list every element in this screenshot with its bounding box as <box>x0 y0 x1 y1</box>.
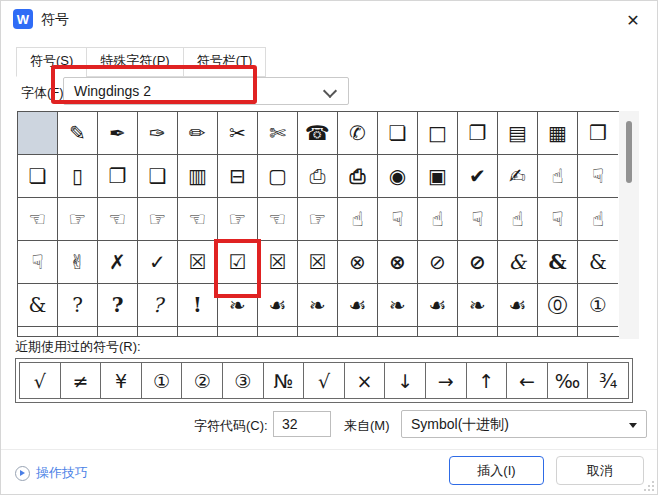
symbol-cell-telephone[interactable]: ☎ <box>298 112 338 155</box>
symbol-cell-hand-left-outline[interactable]: ☜ <box>18 198 58 241</box>
symbol-cell-hand-left-black[interactable]: ☜ <box>98 198 138 241</box>
symbol-cell-partial[interactable] <box>298 327 338 336</box>
symbol-cell-cd-disc[interactable]: ◉ <box>378 155 418 198</box>
symbol-cell-fountain-pen[interactable]: ✒ <box>98 112 138 155</box>
scrollbar-thumb[interactable] <box>626 121 632 183</box>
symbol-cell-partial[interactable] <box>578 327 618 336</box>
recent-symbol-cell[interactable]: ① <box>142 363 183 398</box>
insert-button[interactable]: 插入(I) <box>449 456 544 485</box>
symbol-cell-partial[interactable] <box>418 327 458 336</box>
symbol-cell-ornament-small-1[interactable]: ❧ <box>378 284 418 327</box>
symbol-cell-ornament-swash-1[interactable]: ❧ <box>218 284 258 327</box>
symbol-cell-exclamation-bold[interactable]: ! <box>178 284 218 327</box>
symbol-cell-partial[interactable] <box>338 327 378 336</box>
symbol-cell-hand-down-black[interactable]: ☟ <box>458 198 498 241</box>
symbol-cell-tape-cartridge[interactable]: ▣ <box>418 155 458 198</box>
symbol-cell-finger-down-outline[interactable]: ☟ <box>538 198 578 241</box>
symbol-cell-ornament-swash-3[interactable]: ❧ <box>298 284 338 327</box>
symbol-cell-ornament-small-2[interactable]: ☙ <box>418 284 458 327</box>
close-icon[interactable]: ✕ <box>621 8 645 32</box>
symbol-cell-partial[interactable] <box>98 327 138 336</box>
recent-symbol-cell[interactable]: √ <box>20 363 61 398</box>
symbol-cell-ampersand-bold[interactable]: & <box>538 241 578 284</box>
symbol-cell-blank-square[interactable]: □ <box>418 112 458 155</box>
recent-symbol-cell[interactable]: ← <box>507 363 548 398</box>
symbol-cell-paintbrush[interactable]: ✑ <box>138 112 178 155</box>
symbol-cell-thumbs-down-outline[interactable]: ☟ <box>578 155 618 198</box>
symbol-cell-hand-right-black[interactable]: ☞ <box>138 198 178 241</box>
symbol-cell-hand-up-outline[interactable]: ☝ <box>338 198 378 241</box>
symbol-cell-circled-slash-bold[interactable]: ⊘ <box>458 241 498 284</box>
symbol-cell-fax-machine[interactable]: ⎙ <box>338 155 378 198</box>
symbol-cell-partial[interactable] <box>178 327 218 336</box>
symbol-cell-crayon[interactable]: ✏ <box>178 112 218 155</box>
symbol-cell-partial[interactable] <box>458 327 498 336</box>
symbol-cell-ornament-swash-2[interactable]: ☙ <box>258 284 298 327</box>
symbol-cell-hand-right-outline[interactable]: ☞ <box>58 198 98 241</box>
grid-scrollbar[interactable] <box>619 111 639 339</box>
symbol-cell-hand-down-outline[interactable]: ☟ <box>378 198 418 241</box>
symbol-cell-trash-can[interactable]: ▥ <box>178 155 218 198</box>
symbol-cell-stacked-pages[interactable]: ❐ <box>98 155 138 198</box>
recent-symbol-cell[interactable]: ≠ <box>61 363 102 398</box>
symbol-cell-clipboard[interactable]: ❑ <box>138 155 178 198</box>
symbol-cell-pen[interactable]: ✎ <box>58 112 98 155</box>
symbol-cell-hand-right-outline-2[interactable]: ☞ <box>218 198 258 241</box>
symbol-cell-ballot-box-x-bold[interactable]: ☒ <box>178 241 218 284</box>
symbol-cell-question-bold[interactable]: ? <box>98 284 138 327</box>
symbol-cell-ornament-swash-4[interactable]: ☙ <box>338 284 378 327</box>
symbol-cell-rounded-rectangle[interactable]: ▢ <box>258 155 298 198</box>
symbol-cell-partial[interactable] <box>258 327 298 336</box>
symbol-cell-rectangle-tall[interactable]: ▯ <box>58 155 98 198</box>
tab-special-characters[interactable]: 特殊字符(P) <box>86 47 183 77</box>
symbol-cell-open-hand[interactable]: ✌ <box>58 241 98 284</box>
symbol-cell-scissors[interactable]: ✂ <box>218 112 258 155</box>
font-select[interactable]: Wingdings 2 <box>63 77 349 105</box>
dropdown-caret-icon[interactable] <box>629 423 637 428</box>
symbol-cell-mouse-menu[interactable]: ✍ <box>498 155 538 198</box>
recent-symbol-cell[interactable]: ↑ <box>467 363 508 398</box>
symbol-cell-partial[interactable] <box>498 327 538 336</box>
symbol-cell-finger-up-black[interactable]: ☝ <box>578 198 618 241</box>
symbol-cell-question-italic[interactable]: ? <box>138 284 178 327</box>
tips-link[interactable]: 操作技巧 <box>15 464 88 482</box>
symbol-cell-circled-times-bold[interactable]: ⊗ <box>378 241 418 284</box>
symbol-cell-hand-down-solid[interactable]: ☟ <box>18 241 58 284</box>
recent-symbol-cell[interactable]: → <box>426 363 467 398</box>
symbol-cell-hand-left-outline-2[interactable]: ☜ <box>178 198 218 241</box>
recent-symbol-cell[interactable]: ③ <box>223 363 264 398</box>
symbol-cell-mouse-check[interactable]: ✔ <box>458 155 498 198</box>
char-code-input[interactable] <box>273 411 331 437</box>
cancel-button[interactable]: 取消 <box>556 456 644 485</box>
symbol-cell-circled-zero[interactable]: ⓪ <box>538 284 578 327</box>
symbol-cell-space-selected[interactable] <box>18 112 58 155</box>
recent-symbol-cell[interactable]: √ <box>304 363 345 398</box>
symbol-cell-document-full-lines[interactable]: ▦ <box>538 112 578 155</box>
symbol-cell-check-mark[interactable]: ✓ <box>138 241 178 284</box>
symbol-cell-ballot-box-x-bold-2[interactable]: ☒ <box>298 241 338 284</box>
symbol-cell-circled-times[interactable]: ⊗ <box>338 241 378 284</box>
symbol-cell-ballot-box-x[interactable]: ☒ <box>258 241 298 284</box>
tab-symbol-bar[interactable]: 符号栏(T) <box>183 47 267 77</box>
symbol-cell-question-serif[interactable]: ? <box>58 284 98 327</box>
recent-symbol-cell[interactable]: ↓ <box>385 363 426 398</box>
symbol-cell-ampersand-serif[interactable]: & <box>578 241 618 284</box>
symbol-cell-x-mark[interactable]: ✗ <box>98 241 138 284</box>
symbol-cell-thumbs-up-outline[interactable]: ☝ <box>538 155 578 198</box>
symbol-cell-partial[interactable] <box>378 327 418 336</box>
symbol-cell-partial[interactable] <box>58 327 98 336</box>
symbol-cell-blank-document[interactable]: ❏ <box>378 112 418 155</box>
symbol-cell-circled-one[interactable]: ① <box>578 284 618 327</box>
symbol-cell-hand-right-black-2[interactable]: ☞ <box>298 198 338 241</box>
symbol-cell-partial[interactable] <box>538 327 578 336</box>
symbol-cell-ballot-box-check[interactable]: ☑ <box>218 241 258 284</box>
symbol-cell-ampersand-light[interactable]: & <box>18 284 58 327</box>
chevron-down-icon[interactable] <box>323 84 337 98</box>
recent-symbol-cell[interactable]: ‰ <box>548 363 589 398</box>
recent-symbol-cell[interactable]: ② <box>182 363 223 398</box>
recent-symbol-cell[interactable]: × <box>345 363 386 398</box>
symbol-cell-ampersand-script[interactable]: & <box>498 241 538 284</box>
resize-grip[interactable] <box>642 479 654 491</box>
recent-symbol-cell[interactable]: ¾ <box>588 363 628 398</box>
symbol-cell-printer[interactable]: ⎙ <box>298 155 338 198</box>
